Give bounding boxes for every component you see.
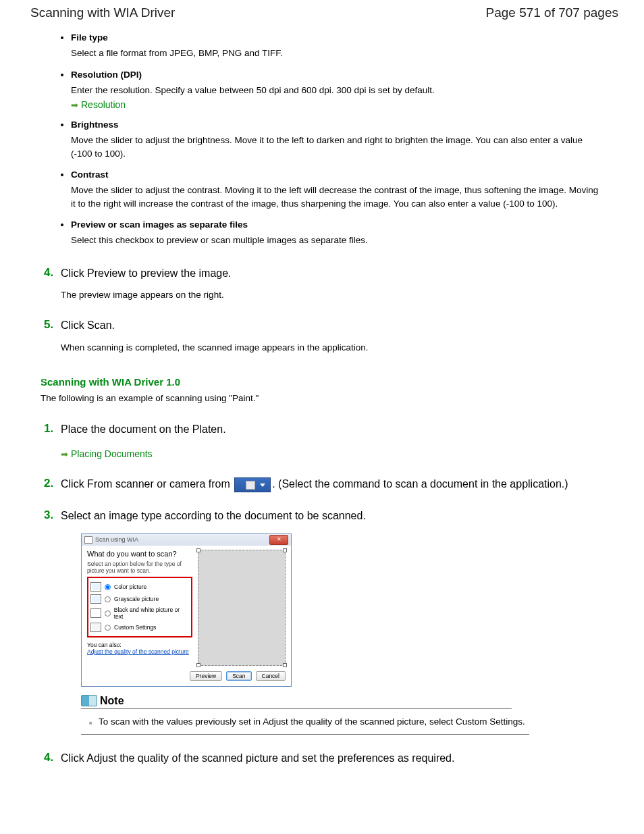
bullet-desc: Select this checkbox to preview or scan … xyxy=(71,234,603,247)
bullet-preview-separate: Preview or scan images as separate files… xyxy=(71,219,603,247)
step-4: 4. Click Preview to preview the image. T… xyxy=(41,266,603,302)
cancel-button[interactable]: Cancel xyxy=(256,671,286,681)
custom-thumb-icon xyxy=(90,623,101,632)
note-header: Note xyxy=(81,695,512,709)
step-desc: When scanning is completed, the scanned … xyxy=(61,342,603,355)
option-grayscale[interactable]: Grayscale picture xyxy=(90,593,189,605)
bullet-desc: Enter the resolution. Specify a value be… xyxy=(71,84,603,97)
step-desc: The preview image appears on the right. xyxy=(61,289,603,302)
option-color[interactable]: Color picture xyxy=(90,581,189,593)
option-label: Black and white picture or text xyxy=(114,606,189,620)
step-number: 1. xyxy=(44,422,53,436)
step-2: 2. Click From scanner or camera from . (… xyxy=(41,477,603,492)
toolbar-dropdown-icon xyxy=(234,477,271,492)
bullet-title: Preview or scan images as separate files xyxy=(71,219,603,230)
step-title: Click Preview to preview the image. xyxy=(61,266,603,281)
page-header: Scanning with WIA Driver Page 571 of 707… xyxy=(0,0,644,20)
arrow-right-icon: ➡ xyxy=(61,448,68,461)
radio-color[interactable] xyxy=(105,584,111,590)
steps-continued: 4. Click Preview to preview the image. T… xyxy=(41,266,603,355)
settings-list: File type Select a file format from JPEG… xyxy=(41,32,603,247)
bullet-resolution: Resolution (DPI) Enter the resolution. S… xyxy=(71,70,603,111)
header-page-info: Page 571 of 707 pages xyxy=(485,5,618,20)
option-bw[interactable]: Black and white picture or text xyxy=(90,605,189,621)
dialog-titlebar: Scan using WIA ✕ xyxy=(82,534,291,546)
dialog-title: Scan using WIA xyxy=(84,536,138,544)
steps-wia1: 1. Place the document on the Platen. ➡ P… xyxy=(41,422,603,766)
section-heading: Scanning with WIA Driver 1.0 xyxy=(41,376,603,388)
step-number: 3. xyxy=(44,509,53,522)
dialog-subtext: Select an option below for the type of p… xyxy=(87,561,192,574)
step-title: Select an image type according to the do… xyxy=(61,509,603,523)
step-title: Click Adjust the quality of the scanned … xyxy=(61,751,603,766)
wia-scan-dialog: Scan using WIA ✕ What do you want to sca… xyxy=(81,533,292,687)
link-label: Placing Documents xyxy=(71,448,153,461)
note-body: To scan with the values previously set i… xyxy=(81,713,529,735)
arrow-right-icon: ➡ xyxy=(71,100,78,110)
step-title: Click From scanner or camera from . (Sel… xyxy=(61,477,603,492)
step-text-pre: Click From scanner or camera from xyxy=(61,478,233,490)
bullet-desc: Move the slider to adjust the brightness… xyxy=(71,134,603,160)
also-label: You can also: xyxy=(87,642,122,648)
step-4b: 4. Click Adjust the quality of the scann… xyxy=(41,751,603,766)
note-icon xyxy=(81,695,97,706)
bullet-desc: Select a file format from JPEG, BMP, PNG… xyxy=(71,47,603,60)
close-button[interactable]: ✕ xyxy=(269,535,288,545)
bullet-title: Resolution (DPI) xyxy=(71,70,603,80)
bullet-title: File type xyxy=(71,32,603,43)
step-number: 4. xyxy=(44,266,53,280)
step-1: 1. Place the document on the Platen. ➡ P… xyxy=(41,422,603,461)
step-text-post: . (Select the command to scan a document… xyxy=(272,478,568,490)
step-title: Click Scan. xyxy=(61,318,603,333)
dialog-buttons: Preview Scan Cancel xyxy=(82,671,291,686)
bullet-title: Contrast xyxy=(71,170,603,180)
option-custom[interactable]: Custom Settings xyxy=(90,621,189,633)
step-5: 5. Click Scan. When scanning is complete… xyxy=(41,318,603,354)
bullet-file-type: File type Select a file format from JPEG… xyxy=(71,32,603,60)
section-desc: The following is an example of scanning … xyxy=(41,393,603,403)
bullet-contrast: Contrast Move the slider to adjust the c… xyxy=(71,170,603,210)
bullet-desc: Move the slider to adjust the contrast. … xyxy=(71,184,603,210)
radio-bw[interactable] xyxy=(105,610,111,617)
scan-button[interactable]: Scan xyxy=(226,671,251,681)
note-label: Note xyxy=(100,695,124,707)
step-title: Place the document on the Platen. xyxy=(61,422,603,437)
preview-button[interactable]: Preview xyxy=(190,671,222,681)
link-label: Resolution xyxy=(81,99,126,110)
placing-documents-link[interactable]: ➡ Placing Documents xyxy=(61,448,153,461)
resolution-link[interactable]: ➡ Resolution xyxy=(71,99,126,110)
option-label: Grayscale picture xyxy=(114,596,159,602)
header-title: Scanning with WIA Driver xyxy=(30,5,175,20)
window-icon xyxy=(84,536,92,544)
dialog-question: What do you want to scan? xyxy=(87,550,192,558)
grayscale-thumb-icon xyxy=(90,594,101,604)
bullet-title: Brightness xyxy=(71,120,603,130)
preview-area[interactable] xyxy=(198,550,286,666)
option-label: Custom Settings xyxy=(114,624,156,631)
options-highlight-box: Color picture Grayscale picture Black an xyxy=(87,577,192,637)
bw-thumb-icon xyxy=(90,608,101,618)
step-3: 3. Select an image type according to the… xyxy=(41,509,603,734)
adjust-quality-link[interactable]: Adjust the quality of the scanned pictur… xyxy=(87,648,189,655)
step-number: 5. xyxy=(44,318,53,332)
radio-custom[interactable] xyxy=(105,625,111,631)
bullet-brightness: Brightness Move the slider to adjust the… xyxy=(71,120,603,160)
step-number: 4. xyxy=(44,751,53,764)
option-label: Color picture xyxy=(114,583,146,590)
step-number: 2. xyxy=(44,477,53,490)
also-section: You can also: Adjust the quality of the … xyxy=(87,642,192,655)
color-thumb-icon xyxy=(90,582,101,592)
radio-grayscale[interactable] xyxy=(105,596,111,602)
